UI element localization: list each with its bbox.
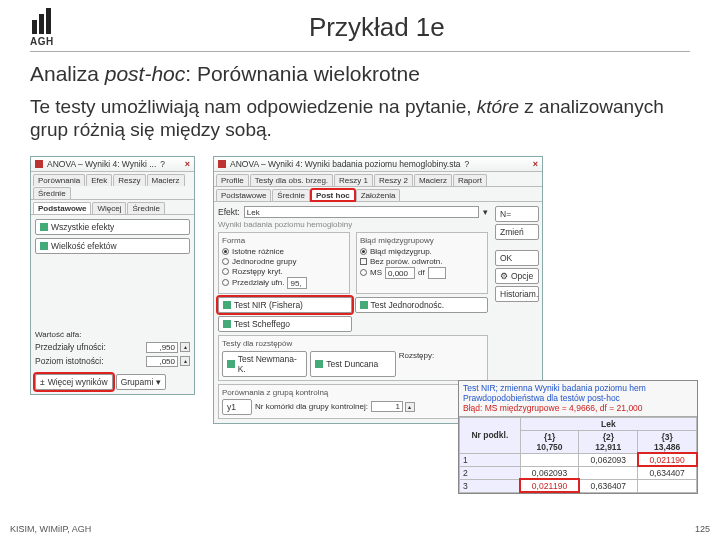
tabs-row-1: Porównania Efek Reszy Macierz Średnie (31, 172, 194, 200)
tab-raport[interactable]: Raport (453, 174, 487, 186)
blad-group: Błąd międzygrupowy Błąd międzygrup. Bez … (356, 232, 488, 294)
test-nk-button[interactable]: Test Newmana-K. (222, 351, 307, 377)
zmien-button[interactable]: Zmień (495, 224, 539, 240)
wielkosc-efektow-button[interactable]: Wielkość efektów (35, 238, 190, 254)
radio-icon[interactable] (360, 269, 367, 276)
grid-icon (40, 242, 48, 250)
grupami-button[interactable]: Grupami▾ (116, 374, 167, 390)
dialog-body: Wszystkie efekty Wielkość efektów Wartoś… (31, 215, 194, 394)
cell (520, 453, 579, 466)
tab-reszy2[interactable]: Reszy 2 (374, 174, 413, 186)
tab-podstawowe[interactable]: Podstawowe (33, 202, 91, 214)
tab-macierz[interactable]: Macierz (414, 174, 452, 186)
n-button[interactable]: N= (495, 206, 539, 222)
btn-label: Grupami (121, 377, 154, 387)
test-scheffe-button[interactable]: Test Scheffego (218, 316, 352, 332)
tab-testy[interactable]: Testy dla obs. brzeg. (250, 174, 333, 186)
grid-icon (360, 301, 368, 309)
opcje-button[interactable]: ⚙Opcje (495, 268, 539, 284)
spin-arrows-icon[interactable]: ▴ (180, 356, 190, 366)
chk-bez[interactable]: Bez porów. odwrotn. (360, 257, 484, 266)
effect-select[interactable]: Lek (244, 206, 479, 218)
grid-icon (315, 360, 323, 368)
results-table: Nr podkl. Lek {1}10,750 {2}12,911 {3}13,… (459, 417, 697, 493)
subtitle-pre: Analiza (30, 62, 105, 85)
body-pre: Te testy umożliwiają nam odpowiedzenie n… (30, 96, 477, 117)
radio-icon (222, 279, 229, 286)
radio-label: Przedziały ufn. (232, 278, 284, 287)
table-row: 2 0,062093 0,634407 (460, 466, 697, 479)
grid-icon (227, 360, 235, 368)
radio-blad[interactable]: Błąd międzygrup. (360, 247, 484, 256)
radio-rozstepy[interactable]: Rozstępy kryt. (222, 267, 346, 276)
sig-spinner[interactable]: ,050▴ (146, 356, 190, 367)
tab-macierz[interactable]: Macierz (147, 174, 185, 186)
btn-label: Opcje (511, 271, 533, 281)
help-button[interactable]: ? (160, 159, 165, 169)
y1-button[interactable]: y1 (222, 399, 252, 415)
app-icon (35, 160, 43, 168)
tab-srednie-2[interactable]: Średnie (127, 202, 165, 214)
spin-arrows-icon[interactable]: ▴ (180, 342, 190, 352)
cell: 0,062093 (520, 466, 579, 479)
close-button[interactable]: × (185, 159, 190, 169)
radio-groups-row: Forma Istotne różnice Jednorodne grupy R… (218, 229, 488, 294)
tab-srednie[interactable]: Średnie (272, 189, 310, 201)
tab-reszy[interactable]: Reszy (113, 174, 145, 186)
radio-label: Istotne różnice (232, 247, 284, 256)
wiecej-wynikow-button[interactable]: ±Więcej wyników (35, 374, 113, 390)
ci-spinner[interactable]: ,950▴ (146, 342, 190, 353)
ms-row: MS0,000df (360, 267, 484, 279)
tab-podstawowe[interactable]: Podstawowe (216, 189, 271, 201)
app-icon (218, 160, 226, 168)
tab-profile[interactable]: Profile (216, 174, 249, 186)
grid-icon (223, 301, 231, 309)
cell: 0,634407 (638, 466, 697, 479)
tab-wiecej[interactable]: Więcej (92, 202, 126, 214)
sig-label: Poziom istotności: (35, 356, 142, 366)
table-row: 1 0,062093 0,021190 (460, 453, 697, 466)
dropdown-icon[interactable]: ▾ (483, 207, 488, 217)
body-italic: które (477, 96, 519, 117)
ok-button[interactable]: OK (495, 250, 539, 266)
group-title: Testy dla rozstępów (222, 339, 484, 348)
wszystkie-efekty-button[interactable]: Wszystkie efekty (35, 219, 190, 235)
help-button[interactable]: ? (465, 159, 470, 169)
spin-arrows-icon[interactable]: ▴ (405, 402, 415, 412)
tab-efek[interactable]: Efek (86, 174, 112, 186)
tabs-row-2: Podstawowe Więcej Średnie (31, 200, 194, 215)
footer: KISIM, WIMiIP, AGH 125 (10, 524, 710, 534)
kontrol-label: Nr komórki dla grupy kontrolnej: (255, 402, 368, 411)
close-button[interactable]: × (533, 159, 538, 169)
tab-porownania[interactable]: Porównania (33, 174, 85, 186)
alpha-label: Wartość alfa: (35, 330, 190, 339)
kontrol-spinner[interactable]: 1▴ (371, 401, 415, 412)
group-title: Forma (222, 236, 346, 245)
tab-srednie[interactable]: Średnie (33, 187, 71, 199)
btn-label: y1 (227, 402, 236, 412)
test-nir-button[interactable]: Test NIR (Fishera) (218, 297, 352, 313)
cell-significant: 0,021190 (520, 479, 579, 492)
test-duncan-button[interactable]: Test Duncana (310, 351, 395, 377)
radio-icon (360, 248, 367, 255)
df-input[interactable] (428, 267, 446, 279)
tab-posthoc[interactable]: Post hoc (311, 189, 355, 201)
radio-przedzialy[interactable]: Przedziały ufn.95, (222, 277, 346, 289)
logo-bars-icon (32, 8, 51, 34)
anova-summary-dialog: ANOVA – Wyniki 4: Wyniki ... ? × Porówna… (30, 156, 195, 395)
radio-istotne[interactable]: Istotne różnice (222, 247, 346, 256)
ci-label: Przedziały ufności: (35, 342, 142, 352)
btn-label: Test NIR (Fishera) (234, 300, 303, 310)
col-header-lek: Lek (520, 417, 696, 430)
tab-zalozenia[interactable]: Założenia (356, 189, 401, 201)
sig-value: ,050 (146, 356, 178, 367)
radio-jednorodne[interactable]: Jednorodne grupy (222, 257, 346, 266)
tab-reszy1[interactable]: Reszy 1 (334, 174, 373, 186)
radio-label: Błąd międzygrup. (370, 247, 432, 256)
ci-input[interactable]: 95, (287, 277, 307, 289)
expand-icon: ± (40, 377, 45, 387)
historiam-button[interactable]: Historiam. (495, 286, 539, 302)
test-jednorodnosc-button[interactable]: Test Jednorodnośc. (355, 297, 489, 313)
ms-input[interactable]: 0,000 (385, 267, 415, 279)
subtitle-italic: post-hoc (105, 62, 186, 85)
